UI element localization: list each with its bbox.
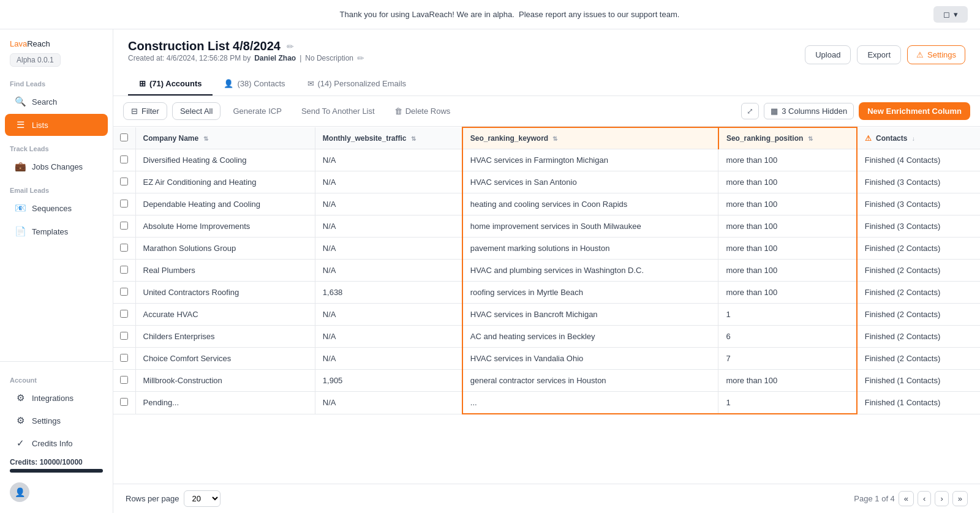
cell-seo-position: 1	[718, 304, 857, 326]
sidebar-item-search[interactable]: 🔍 Search	[5, 91, 108, 113]
cell-contacts: Finished (1 Contacts)	[857, 370, 980, 392]
table-wrap: Company Name ⇅ Monthly_website_traffic ⇅…	[113, 127, 980, 484]
tab-emails[interactable]: ✉ (14) Personalized Emails	[296, 73, 418, 95]
cell-monthly-traffic: N/A	[315, 392, 462, 414]
credits-bar-bg	[10, 469, 103, 473]
email-leads-section: Email Leads	[0, 178, 113, 197]
row-checkbox[interactable]	[120, 398, 128, 406]
row-checkbox-cell	[113, 149, 135, 171]
banner-button[interactable]: ◻ ▾	[933, 6, 968, 23]
sort-icon-seo-pos[interactable]: ⇅	[808, 135, 813, 142]
sidebar-item-jobs-changes[interactable]: 💼 Jobs Changes	[5, 155, 108, 178]
expand-button[interactable]: ⤢	[741, 103, 759, 119]
content: Construction List 4/8/2024 ✏ Created at:…	[113, 29, 980, 513]
sidebar-bottom: Account ⚙ Integrations ⚙ Settings ✓ Cred…	[0, 361, 113, 513]
cell-contacts: Finished (3 Contacts)	[857, 215, 980, 238]
cell-seo-keyword: HVAC services in San Antonio	[462, 171, 718, 193]
sidebar-item-templates[interactable]: 📄 Templates	[5, 220, 108, 242]
row-checkbox[interactable]	[120, 354, 128, 362]
cell-seo-position: more than 100	[718, 215, 857, 238]
row-checkbox[interactable]	[120, 376, 128, 384]
export-button[interactable]: Export	[857, 45, 901, 64]
cell-seo-keyword: HVAC services in Farmington Michigan	[462, 149, 718, 171]
cell-monthly-traffic: N/A	[315, 215, 462, 238]
send-to-list-button[interactable]: Send To Another List	[294, 103, 382, 119]
next-page-button[interactable]: ›	[935, 491, 948, 506]
sidebar-item-settings[interactable]: ⚙ Settings	[5, 410, 108, 432]
sort-icon-company[interactable]: ⇅	[203, 135, 208, 142]
tab-contacts[interactable]: 👤 (38) Contacts	[213, 73, 296, 95]
version-badge: Alpha 0.0.1	[10, 53, 61, 67]
new-enrichment-button[interactable]: New Enrichment Column	[859, 102, 970, 120]
cell-monthly-traffic: N/A	[315, 171, 462, 193]
table-row: Millbrook-Construction1,905general contr…	[113, 370, 980, 392]
cell-monthly-traffic: N/A	[315, 326, 462, 348]
sidebar-item-integrations[interactable]: ⚙ Integrations	[5, 387, 108, 409]
sidebar-item-sequences[interactable]: 📧 Sequences	[5, 197, 108, 219]
author-name: Daniel Zhao	[254, 54, 296, 62]
row-checkbox[interactable]	[120, 200, 128, 208]
credits-bar-fill	[10, 469, 103, 473]
jobs-changes-icon: 💼	[15, 161, 26, 172]
sort-icon-contacts[interactable]: ↓	[912, 135, 915, 142]
contacts-warning-icon: ⚠	[865, 134, 872, 143]
table-toolbar: ⊟ Filter Select All Generate ICP Send To…	[113, 96, 980, 127]
filter-icon: ⊟	[131, 107, 138, 116]
cell-company-name: Absolute Home Improvements	[135, 215, 315, 238]
edit-description-icon[interactable]: ✏	[357, 53, 364, 63]
grid-icon: ▦	[771, 107, 778, 116]
row-checkbox[interactable]	[120, 244, 128, 252]
settings-button[interactable]: ⚠ Settings	[907, 45, 965, 64]
upload-button[interactable]: Upload	[805, 45, 851, 64]
cell-seo-keyword: heating and cooling services in Coon Rap…	[462, 193, 718, 215]
sort-icon-traffic[interactable]: ⇅	[411, 135, 416, 142]
table-row: Dependable Heating and CoolingN/Aheating…	[113, 193, 980, 215]
columns-hidden-button[interactable]: ▦ 3 Columns Hidden	[764, 103, 854, 119]
cell-company-name: Childers Enterprises	[135, 326, 315, 348]
filter-button[interactable]: ⊟ Filter	[123, 102, 167, 120]
table-row: United Contractors Roofing1,638roofing s…	[113, 282, 980, 304]
cell-monthly-traffic: N/A	[315, 260, 462, 282]
row-checkbox[interactable]	[120, 178, 128, 185]
sidebar-item-lists[interactable]: ☰ Lists	[5, 114, 108, 136]
cell-seo-position: more than 100	[718, 370, 857, 392]
logo: LavaReach	[10, 39, 103, 48]
cell-company-name: Pending...	[135, 392, 315, 414]
edit-title-icon[interactable]: ✏	[287, 42, 294, 51]
row-checkbox[interactable]	[120, 222, 128, 230]
prev-page-button[interactable]: ‹	[918, 491, 931, 506]
delete-rows-button[interactable]: 🗑 Delete Rows	[387, 103, 458, 119]
lists-icon: ☰	[15, 119, 26, 130]
first-page-button[interactable]: «	[899, 491, 914, 506]
cell-seo-keyword: pavement marking solutions in Houston	[462, 238, 718, 260]
rows-per-page-select[interactable]: 20 50 100	[184, 490, 221, 507]
credits-text: Credits: 10000/10000	[10, 458, 83, 466]
header-seo-position: Seo_ranking_position ⇅	[718, 127, 857, 149]
select-all-checkbox[interactable]	[120, 133, 128, 141]
cell-monthly-traffic: N/A	[315, 193, 462, 215]
header-monthly-traffic: Monthly_website_traffic ⇅	[315, 127, 462, 149]
cell-contacts: Finished (2 Contacts)	[857, 326, 980, 348]
integrations-icon: ⚙	[15, 392, 26, 403]
row-checkbox[interactable]	[120, 155, 128, 163]
tab-accounts[interactable]: ⊞ (71) Accounts	[128, 73, 213, 95]
cell-company-name: United Contractors Roofing	[135, 282, 315, 304]
row-checkbox[interactable]	[120, 310, 128, 318]
last-page-button[interactable]: »	[952, 491, 968, 506]
table-row: Childers EnterprisesN/AAC and heating se…	[113, 326, 980, 348]
select-all-button[interactable]: Select All	[172, 102, 221, 120]
cell-company-name: Accurate HVAC	[135, 304, 315, 326]
row-checkbox[interactable]	[120, 266, 128, 274]
cell-monthly-traffic: N/A	[315, 149, 462, 171]
sort-icon-seo-kw[interactable]: ⇅	[552, 135, 557, 142]
row-checkbox[interactable]	[120, 288, 128, 296]
generate-icp-button[interactable]: Generate ICP	[225, 103, 289, 119]
tabs-row: ⊞ (71) Accounts 👤 (38) Contacts ✉ (14) P…	[128, 73, 965, 95]
header-seo-keyword: Seo_ranking_keyword ⇅	[462, 127, 718, 149]
cell-contacts: Finished (2 Contacts)	[857, 282, 980, 304]
cell-seo-position: more than 100	[718, 238, 857, 260]
row-checkbox[interactable]	[120, 332, 128, 340]
avatar: 👤	[10, 482, 29, 502]
page-meta: Created at: 4/6/2024, 12:56:28 PM by Dan…	[128, 53, 364, 63]
sidebar-item-credits-info[interactable]: ✓ Credits Info	[5, 432, 108, 454]
